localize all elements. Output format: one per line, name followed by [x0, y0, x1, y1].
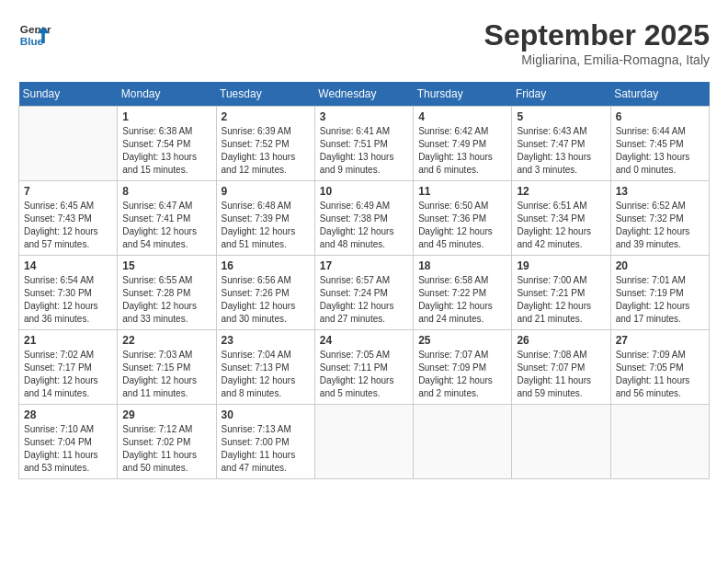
- weekday-thursday: Thursday: [414, 82, 512, 107]
- day-info: Sunrise: 7:09 AM Sunset: 7:05 PM Dayligh…: [616, 349, 704, 400]
- day-cell: 12Sunrise: 6:51 AM Sunset: 7:34 PM Dayli…: [512, 181, 610, 256]
- day-info: Sunrise: 6:50 AM Sunset: 7:36 PM Dayligh…: [418, 200, 506, 251]
- day-cell: 18Sunrise: 6:58 AM Sunset: 7:22 PM Dayli…: [414, 256, 512, 330]
- day-info: Sunrise: 7:03 AM Sunset: 7:15 PM Dayligh…: [122, 349, 210, 400]
- weekday-tuesday: Tuesday: [216, 82, 314, 107]
- day-info: Sunrise: 7:01 AM Sunset: 7:19 PM Dayligh…: [616, 274, 704, 326]
- day-info: Sunrise: 6:48 AM Sunset: 7:39 PM Dayligh…: [222, 200, 310, 251]
- day-number: 7: [24, 185, 112, 198]
- week-row-3: 21Sunrise: 7:02 AM Sunset: 7:17 PM Dayli…: [19, 330, 710, 405]
- week-row-1: 7Sunrise: 6:45 AM Sunset: 7:43 PM Daylig…: [19, 181, 710, 256]
- day-cell: 22Sunrise: 7:03 AM Sunset: 7:15 PM Dayli…: [118, 330, 216, 405]
- day-number: 9: [222, 185, 310, 198]
- day-number: 11: [418, 185, 506, 198]
- day-number: 16: [222, 259, 310, 272]
- month-title: September 2025: [484, 18, 710, 52]
- day-cell: 15Sunrise: 6:55 AM Sunset: 7:28 PM Dayli…: [118, 256, 216, 330]
- day-cell: 26Sunrise: 7:08 AM Sunset: 7:07 PM Dayli…: [512, 330, 610, 405]
- day-number: 26: [517, 334, 605, 347]
- day-cell: 9Sunrise: 6:48 AM Sunset: 7:39 PM Daylig…: [216, 181, 314, 256]
- day-number: 29: [122, 408, 210, 421]
- day-info: Sunrise: 6:55 AM Sunset: 7:28 PM Dayligh…: [122, 274, 210, 326]
- day-info: Sunrise: 6:54 AM Sunset: 7:30 PM Dayligh…: [24, 274, 112, 326]
- day-cell: 2Sunrise: 6:39 AM Sunset: 7:52 PM Daylig…: [216, 107, 314, 181]
- day-cell: 21Sunrise: 7:02 AM Sunset: 7:17 PM Dayli…: [19, 330, 118, 405]
- day-number: 4: [418, 110, 506, 123]
- day-info: Sunrise: 6:38 AM Sunset: 7:54 PM Dayligh…: [122, 125, 210, 177]
- day-number: 28: [24, 408, 112, 421]
- day-info: Sunrise: 7:04 AM Sunset: 7:13 PM Dayligh…: [222, 349, 310, 400]
- day-number: 19: [517, 259, 605, 272]
- day-info: Sunrise: 7:00 AM Sunset: 7:21 PM Dayligh…: [517, 274, 605, 326]
- location: Migliarina, Emilia-Romagna, Italy: [484, 52, 710, 67]
- day-cell: 30Sunrise: 7:13 AM Sunset: 7:00 PM Dayli…: [216, 405, 314, 479]
- logo-icon: General Blue: [18, 18, 51, 52]
- day-info: Sunrise: 6:43 AM Sunset: 7:47 PM Dayligh…: [517, 125, 605, 177]
- logo: General Blue: [18, 18, 51, 52]
- day-cell: [19, 107, 118, 181]
- day-number: 20: [616, 259, 704, 272]
- day-number: 10: [320, 185, 408, 198]
- day-cell: [610, 405, 709, 479]
- weekday-friday: Friday: [512, 82, 610, 107]
- day-cell: [414, 405, 512, 479]
- day-cell: 25Sunrise: 7:07 AM Sunset: 7:09 PM Dayli…: [414, 330, 512, 405]
- day-number: 27: [616, 334, 704, 347]
- day-cell: 10Sunrise: 6:49 AM Sunset: 7:38 PM Dayli…: [314, 181, 413, 256]
- day-cell: 5Sunrise: 6:43 AM Sunset: 7:47 PM Daylig…: [512, 107, 610, 181]
- day-info: Sunrise: 7:05 AM Sunset: 7:11 PM Dayligh…: [320, 349, 408, 400]
- day-number: 22: [122, 334, 210, 347]
- day-cell: 16Sunrise: 6:56 AM Sunset: 7:26 PM Dayli…: [216, 256, 314, 330]
- day-info: Sunrise: 7:02 AM Sunset: 7:17 PM Dayligh…: [24, 349, 112, 400]
- day-number: 6: [616, 110, 704, 123]
- day-cell: 6Sunrise: 6:44 AM Sunset: 7:45 PM Daylig…: [610, 107, 709, 181]
- day-number: 8: [122, 185, 210, 198]
- weekday-wednesday: Wednesday: [314, 82, 413, 107]
- week-row-0: 1Sunrise: 6:38 AM Sunset: 7:54 PM Daylig…: [19, 107, 710, 181]
- day-cell: 13Sunrise: 6:52 AM Sunset: 7:32 PM Dayli…: [610, 181, 709, 256]
- day-cell: 27Sunrise: 7:09 AM Sunset: 7:05 PM Dayli…: [610, 330, 709, 405]
- day-cell: 20Sunrise: 7:01 AM Sunset: 7:19 PM Dayli…: [610, 256, 709, 330]
- day-cell: 3Sunrise: 6:41 AM Sunset: 7:51 PM Daylig…: [314, 107, 413, 181]
- day-info: Sunrise: 6:57 AM Sunset: 7:24 PM Dayligh…: [320, 274, 408, 326]
- day-number: 3: [320, 110, 408, 123]
- title-block: September 2025 Migliarina, Emilia-Romagn…: [484, 18, 710, 67]
- day-cell: [512, 405, 610, 479]
- day-cell: 8Sunrise: 6:47 AM Sunset: 7:41 PM Daylig…: [118, 181, 216, 256]
- day-info: Sunrise: 6:52 AM Sunset: 7:32 PM Dayligh…: [616, 200, 704, 251]
- day-info: Sunrise: 6:39 AM Sunset: 7:52 PM Dayligh…: [222, 125, 310, 177]
- weekday-monday: Monday: [118, 82, 216, 107]
- day-info: Sunrise: 7:13 AM Sunset: 7:00 PM Dayligh…: [222, 423, 310, 475]
- day-cell: 28Sunrise: 7:10 AM Sunset: 7:04 PM Dayli…: [19, 405, 118, 479]
- day-info: Sunrise: 6:47 AM Sunset: 7:41 PM Dayligh…: [122, 200, 210, 251]
- day-cell: 24Sunrise: 7:05 AM Sunset: 7:11 PM Dayli…: [314, 330, 413, 405]
- day-number: 2: [222, 110, 310, 123]
- day-info: Sunrise: 7:07 AM Sunset: 7:09 PM Dayligh…: [418, 349, 506, 400]
- day-number: 23: [222, 334, 310, 347]
- weekday-saturday: Saturday: [610, 82, 709, 107]
- day-number: 5: [517, 110, 605, 123]
- day-cell: 17Sunrise: 6:57 AM Sunset: 7:24 PM Dayli…: [314, 256, 413, 330]
- day-number: 14: [24, 259, 112, 272]
- svg-text:Blue: Blue: [20, 35, 44, 47]
- day-info: Sunrise: 7:10 AM Sunset: 7:04 PM Dayligh…: [24, 423, 112, 475]
- day-info: Sunrise: 7:12 AM Sunset: 7:02 PM Dayligh…: [122, 423, 210, 475]
- day-info: Sunrise: 6:56 AM Sunset: 7:26 PM Dayligh…: [222, 274, 310, 326]
- day-info: Sunrise: 6:45 AM Sunset: 7:43 PM Dayligh…: [24, 200, 112, 251]
- day-cell: [314, 405, 413, 479]
- weekday-sunday: Sunday: [19, 82, 118, 107]
- day-cell: 14Sunrise: 6:54 AM Sunset: 7:30 PM Dayli…: [19, 256, 118, 330]
- week-row-4: 28Sunrise: 7:10 AM Sunset: 7:04 PM Dayli…: [19, 405, 710, 479]
- day-number: 15: [122, 259, 210, 272]
- day-number: 13: [616, 185, 704, 198]
- day-number: 21: [24, 334, 112, 347]
- day-number: 1: [122, 110, 210, 123]
- day-cell: 19Sunrise: 7:00 AM Sunset: 7:21 PM Dayli…: [512, 256, 610, 330]
- week-row-2: 14Sunrise: 6:54 AM Sunset: 7:30 PM Dayli…: [19, 256, 710, 330]
- day-cell: 4Sunrise: 6:42 AM Sunset: 7:49 PM Daylig…: [414, 107, 512, 181]
- day-info: Sunrise: 7:08 AM Sunset: 7:07 PM Dayligh…: [517, 349, 605, 400]
- day-info: Sunrise: 6:51 AM Sunset: 7:34 PM Dayligh…: [517, 200, 605, 251]
- day-number: 25: [418, 334, 506, 347]
- day-cell: 23Sunrise: 7:04 AM Sunset: 7:13 PM Dayli…: [216, 330, 314, 405]
- day-number: 12: [517, 185, 605, 198]
